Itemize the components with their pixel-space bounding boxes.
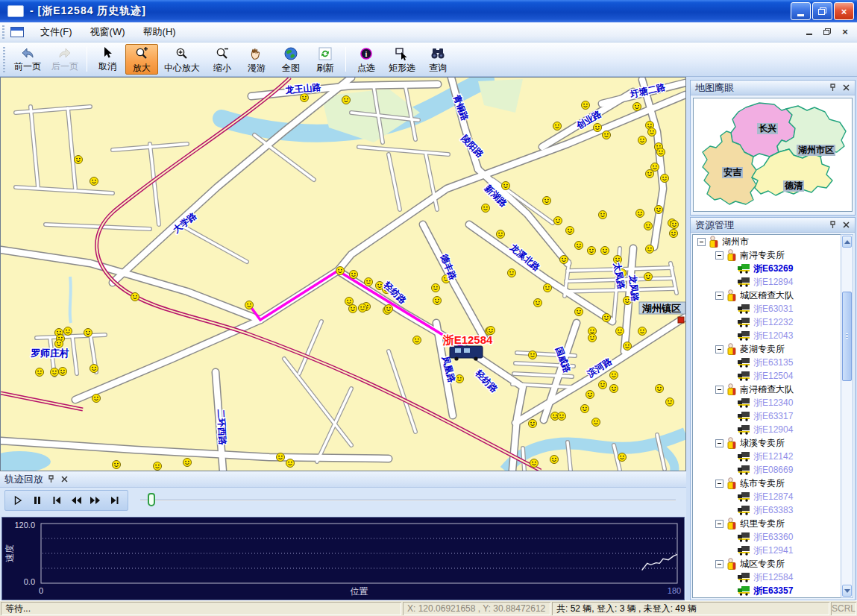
menu-help[interactable]: 帮助(H) [134,22,185,42]
vehicle-smiley-marker[interactable] [657,148,665,157]
close-icon[interactable] [59,474,70,485]
vehicle-smiley-marker[interactable] [644,273,653,281]
tree-vehicle[interactable]: 浙E63269 [693,262,841,275]
vehicle-smiley-marker[interactable] [554,217,562,225]
vehicle-smiley-marker[interactable] [603,314,611,322]
tree-vehicle[interactable]: 浙E12584 [693,571,841,584]
vehicle-smiley-marker[interactable] [482,204,490,213]
zoom-out-button[interactable]: 缩小 [206,44,239,75]
vehicle-smiley-marker[interactable] [385,305,393,313]
zoom-in-button[interactable]: 放大 [125,44,158,75]
full-extent-button[interactable]: 全图 [274,44,307,75]
pin-icon[interactable] [827,83,838,93]
vehicle-smiley-marker[interactable] [90,177,98,186]
vehicle-smiley-marker[interactable] [36,368,44,377]
vehicle-smiley-marker[interactable] [544,284,552,292]
scroll-up-arrow[interactable] [842,236,852,248]
tree-vehicle[interactable]: 浙E12043 [693,329,841,342]
vehicle-smiley-marker[interactable] [575,308,583,316]
cancel-button[interactable]: 取消 [91,44,124,75]
center-zoom-button[interactable]: 中心放大 [160,44,204,75]
tree-vehicle[interactable]: 浙E12232 [693,315,841,329]
tree-vehicle[interactable]: 浙E12340 [693,396,841,409]
vehicle-smiley-marker[interactable] [638,136,647,145]
tree-group[interactable]: 城区稽查大队 [693,289,841,302]
vehicle-smiley-marker[interactable] [599,381,607,389]
tree-group[interactable]: 南浔专卖所 [693,248,841,262]
vehicle-smiley-marker[interactable] [277,453,285,462]
tree-root-huzhou[interactable]: 湖州市 [693,235,841,248]
minimize-button[interactable] [791,2,811,20]
vehicle-smiley-marker[interactable] [64,327,72,336]
tree-scrollbar[interactable] [841,234,853,598]
tree-vehicle[interactable]: 浙E12142 [693,450,841,463]
fast-forward-button[interactable] [86,491,105,509]
tree-vehicle[interactable]: 浙E63135 [693,356,841,369]
tree-vehicle[interactable]: 浙E63360 [693,530,841,544]
vehicle-smiley-marker[interactable] [636,210,644,218]
vehicle-smiley-marker[interactable] [610,371,618,380]
vehicle-smiley-marker[interactable] [560,256,568,264]
vehicle-smiley-marker[interactable] [502,182,510,190]
vehicle-smiley-marker[interactable] [588,334,597,342]
vehicle-smiley-marker[interactable] [113,461,121,469]
vehicle-smiley-marker[interactable] [92,395,101,403]
overview-map[interactable]: 长兴 湖州市区 安吉 德清 [693,98,853,212]
vehicle-smiley-marker[interactable] [342,96,351,104]
pause-button[interactable] [28,491,47,509]
mdi-minimize-button[interactable] [803,25,815,37]
menu-file[interactable]: 文件(F) [31,22,81,42]
vehicle-smiley-marker[interactable] [349,305,357,313]
query-button[interactable]: 查询 [421,44,454,75]
vehicle-smiley-marker[interactable] [131,293,139,301]
vehicle-smiley-marker[interactable] [601,247,609,255]
vehicle-smiley-marker[interactable] [588,247,596,255]
vehicle-smiley-marker[interactable] [655,206,663,214]
restore-button[interactable] [812,2,832,20]
vehicle-smiley-marker[interactable] [582,101,590,110]
vehicle-smiley-marker[interactable] [530,459,539,468]
vehicle-smiley-marker[interactable] [553,122,562,131]
vehicle-smiley-marker[interactable] [359,304,367,312]
tree-expander[interactable] [715,439,723,447]
vehicle-smiley-marker[interactable] [603,131,611,139]
tree-expander[interactable] [715,386,723,394]
pan-button[interactable]: 漫游 [240,44,273,75]
vehicle-smiley-marker[interactable] [670,230,678,238]
map-canvas[interactable]: 龙王山路青铜路陵阳路新湖路创业路圩塘二路大学路德丰路龙溪北路太凤路龙凤路轻纺路凤… [1,78,685,471]
vehicle-smiley-marker[interactable] [624,342,632,351]
vehicle-smiley-marker[interactable] [558,412,566,421]
prev-page-button[interactable]: 前一页 [10,44,45,75]
vehicle-smiley-marker[interactable] [534,299,542,307]
mdi-close-button[interactable]: × [839,25,851,37]
vehicle-smiley-marker[interactable] [646,245,654,254]
vehicle-smiley-marker[interactable] [497,230,505,239]
tree-expander[interactable] [715,560,723,568]
vehicle-smiley-marker[interactable] [644,222,653,230]
tree-vehicle[interactable]: 浙E63383 [693,503,841,517]
vehicle-smiley-marker[interactable] [661,175,669,183]
tree-group[interactable]: 埭溪专卖所 [693,436,841,450]
skip-start-button[interactable] [47,491,66,509]
vehicle-smiley-marker[interactable] [646,170,654,178]
vehicle-smiley-marker[interactable] [566,227,574,235]
tree-group[interactable]: 练市专卖所 [693,477,841,490]
rect-select-button[interactable]: 矩形选 [384,44,420,75]
tree-expander[interactable] [697,238,706,246]
vehicle-smiley-marker[interactable] [581,405,589,413]
scroll-down-arrow[interactable] [842,585,852,597]
vehicle-smiley-marker[interactable] [301,94,309,102]
tree-vehicle[interactable]: 浙E12874 [693,490,841,503]
vehicle-smiley-marker[interactable] [432,284,440,292]
skip-end-button[interactable] [105,491,125,509]
tree-expander[interactable] [715,292,723,300]
play-button[interactable] [8,491,28,509]
vehicle-smiley-marker[interactable] [592,418,600,427]
vehicle-smiley-marker[interactable] [575,242,583,250]
playback-slider[interactable] [140,491,676,509]
vehicle-smiley-marker[interactable] [59,368,67,376]
tree-vehicle[interactable]: 浙E63031 [693,302,841,315]
vehicle-smiley-marker[interactable] [633,103,641,111]
vehicle-smiley-marker[interactable] [433,297,442,305]
vehicle-smiley-marker[interactable] [84,329,92,337]
